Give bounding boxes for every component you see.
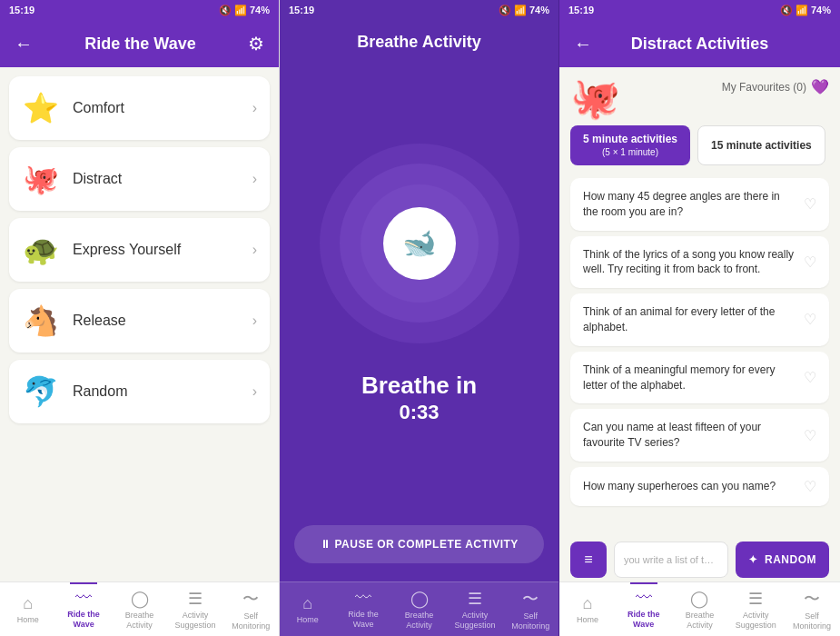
time-3: 15:19 <box>568 5 594 15</box>
wave-icon-1: 〰 <box>75 589 92 608</box>
breathe-timer: 0:33 <box>399 401 439 424</box>
favourites-area: My Favourites (0) 💜 <box>625 75 829 95</box>
status-bar-3: 15:19 🔇 📶 74% <box>559 0 840 20</box>
nav-wave-3[interactable]: 〰 Ride theWave <box>616 582 672 636</box>
menu-item-distract[interactable]: 🐙 Distract › <box>9 147 270 211</box>
activities-list: How many 45 degree angles are there in t… <box>559 174 840 534</box>
page-title-1: Ride the Wave <box>84 35 195 54</box>
nav-breathe-2[interactable]: ◯ BreatheActivity <box>391 582 447 636</box>
menu-item-comfort[interactable]: ⭐ Comfort › <box>9 76 270 140</box>
activity-nav-label-1: ActivitySuggestion <box>174 611 215 631</box>
random-button[interactable]: ✦ RANDOM <box>736 542 830 578</box>
nav-self-1[interactable]: 〜 SelfMonitoring <box>223 582 279 636</box>
breathe-nav-label-1: BreatheActivity <box>125 611 154 631</box>
nav-home-2[interactable]: ⌂ Home <box>280 582 335 636</box>
nav-home-3[interactable]: ⌂ Home <box>559 582 616 636</box>
random-emoji: 🐬 <box>22 374 60 409</box>
menu-item-express[interactable]: 🐢 Express Yourself › <box>9 218 270 282</box>
bottom-nav-3: ⌂ Home 〰 Ride theWave ◯ BreatheActivity … <box>559 581 840 636</box>
activity-text-2: Think of an animal for every letter of t… <box>583 304 804 335</box>
activity-icon-3: ☰ <box>748 589 763 609</box>
nav-home-1[interactable]: ⌂ Home <box>0 582 55 636</box>
chevron-icon-express: › <box>252 242 257 258</box>
whale-emoji: 🐋 <box>402 227 436 259</box>
nav-wave-2[interactable]: 〰 Ride theWave <box>335 582 390 636</box>
wave-nav-label-1: Ride theWave <box>67 610 100 630</box>
nav-self-2[interactable]: 〜 SelfMonitoring <box>503 582 558 636</box>
distract-top-area: 🐙 My Favourites (0) 💜 <box>559 67 840 125</box>
heart-activity-3[interactable]: ♡ <box>804 369 816 386</box>
favourites-label: My Favourites (0) <box>722 81 806 94</box>
breathe-icon-2: ◯ <box>410 589 429 609</box>
home-icon-1: ⌂ <box>23 594 33 613</box>
settings-icon-1[interactable]: ⚙ <box>248 33 264 55</box>
panel-distract-activities: 15:19 🔇 📶 74% ← Distract Activities 🐙 My… <box>559 0 840 636</box>
breathe-bottom: ⏸ PAUSE OR COMPLETE ACTIVITY <box>280 507 558 581</box>
distract-emoji: 🐙 <box>22 162 60 196</box>
chevron-icon-comfort: › <box>252 100 257 116</box>
heart-activity-4[interactable]: ♡ <box>804 427 816 444</box>
write-placeholder: you write a list of things w... <box>624 554 718 565</box>
header-1: ← Ride the Wave ⚙ <box>0 20 279 67</box>
release-label: Release <box>73 313 126 329</box>
circle-center: 🐋 <box>383 207 456 280</box>
activity-item-2[interactable]: Think of an animal for every letter of t… <box>570 293 829 346</box>
panel-ride-the-wave: 15:19 🔇 📶 74% ← Ride the Wave ⚙ ⭐ Comfor… <box>0 0 280 636</box>
chevron-icon-distract: › <box>252 171 257 187</box>
distract-title: Distract Activities <box>631 35 768 54</box>
bottom-nav-1: ⌂ Home 〰 Ride theWave ◯ BreatheActivity … <box>0 581 279 636</box>
home-icon-2: ⌂ <box>302 594 312 613</box>
activity-text-3: Think of a meaningful memory for every l… <box>583 363 804 393</box>
breathe-circles: 🐋 <box>320 144 519 343</box>
nav-self-3[interactable]: 〜 SelfMonitoring <box>784 582 840 636</box>
back-button-3[interactable]: ← <box>574 34 592 55</box>
activity-tabs: 5 minute activities(5 × 1 minute) 15 min… <box>559 125 840 174</box>
status-bar-1: 15:19 🔇 📶 74% <box>0 0 279 20</box>
status-icons-1: 🔇 📶 74% <box>219 5 270 16</box>
tab-15min[interactable]: 15 minute activities <box>697 125 825 165</box>
activity-icon-1: ☰ <box>188 589 203 609</box>
heart-activity-1[interactable]: ♡ <box>804 253 816 271</box>
activity-item-3[interactable]: Think of a meaningful memory for every l… <box>570 352 829 404</box>
activity-item-1[interactable]: Think of the lyrics of a song you know r… <box>570 236 829 289</box>
write-input[interactable]: you write a list of things w... <box>614 542 728 578</box>
activity-item-4[interactable]: Can you name at least fifteen of your fa… <box>570 409 829 462</box>
bottom-nav-2: ⌂ Home 〰 Ride theWave ◯ BreatheActivity … <box>280 581 558 636</box>
menu-list: ⭐ Comfort › 🐙 Distract › 🐢 Express Yours… <box>0 67 279 581</box>
comfort-emoji: ⭐ <box>22 91 60 125</box>
heart-activity-2[interactable]: ♡ <box>804 311 816 328</box>
pause-button[interactable]: ⏸ PAUSE OR COMPLETE ACTIVITY <box>294 525 544 563</box>
activity-item-5[interactable]: How many superheroes can you name? ♡ <box>570 467 829 506</box>
self-icon-3: 〜 <box>804 588 820 610</box>
breathe-title: Breathe Activity <box>357 33 480 51</box>
back-button-1[interactable]: ← <box>15 34 33 55</box>
octopus-mascot: 🐙 <box>570 75 620 120</box>
status-icons-2: 🔇 📶 74% <box>499 5 549 16</box>
self-icon-1: 〜 <box>242 588 259 610</box>
nav-activity-1[interactable]: ☰ ActivitySuggestion <box>167 582 222 636</box>
random-star-icon: ✦ <box>748 553 758 566</box>
self-icon-2: 〜 <box>522 588 539 610</box>
nav-activity-3[interactable]: ☰ ActivitySuggestion <box>727 582 784 636</box>
breathe-content: 🐋 Breathe in 0:33 <box>280 61 558 507</box>
heart-activity-5[interactable]: ♡ <box>804 478 816 495</box>
menu-item-release[interactable]: 🐴 Release › <box>9 289 270 353</box>
list-button[interactable]: ≡ <box>570 542 607 578</box>
status-icons-3: 🔇 📶 74% <box>780 5 831 16</box>
activity-text-4: Can you name at least fifteen of your fa… <box>583 420 804 451</box>
nav-wave-1[interactable]: 〰 Ride theWave <box>55 582 111 636</box>
activity-text-0: How many 45 degree angles are there in t… <box>583 189 804 220</box>
express-label: Express Yourself <box>73 242 181 258</box>
menu-item-random[interactable]: 🐬 Random › <box>9 360 270 423</box>
heart-icon[interactable]: 💜 <box>811 78 829 95</box>
heart-activity-0[interactable]: ♡ <box>804 195 816 213</box>
nav-breathe-1[interactable]: ◯ BreatheActivity <box>112 582 167 636</box>
random-label: RANDOM <box>765 553 816 566</box>
wave-icon-2: 〰 <box>355 589 371 608</box>
activity-item-0[interactable]: How many 45 degree angles are there in t… <box>570 178 829 231</box>
distract-bottom: ≡ you write a list of things w... ✦ RAND… <box>559 534 840 581</box>
nav-activity-2[interactable]: ☰ ActivitySuggestion <box>447 582 502 636</box>
home-icon-3: ⌂ <box>582 594 592 613</box>
tab-5min[interactable]: 5 minute activities(5 × 1 minute) <box>570 125 690 165</box>
nav-breathe-3[interactable]: ◯ BreatheActivity <box>672 582 728 636</box>
